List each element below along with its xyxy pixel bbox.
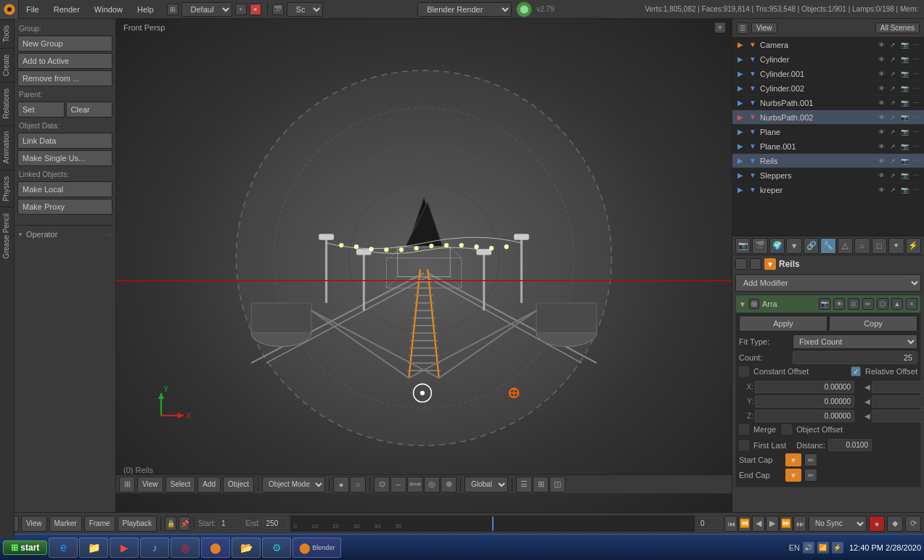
outliner-render-icon[interactable]: 📷	[899, 170, 909, 181]
outliner-more-icon[interactable]: ⋯	[911, 156, 921, 166]
object-offset-checkbox[interactable]	[782, 424, 792, 435]
outliner-visibility-icon[interactable]: 👁	[876, 112, 886, 123]
end-cap-icon[interactable]: ▼	[785, 469, 801, 482]
workspace-selector[interactable]: Default	[181, 2, 232, 17]
prop-data-icon[interactable]: △	[838, 238, 853, 254]
outliner-select-icon[interactable]: ↗	[888, 83, 898, 94]
outliner-render-icon[interactable]: 📷	[899, 98, 909, 108]
end-cap-edit-btn[interactable]: ✏	[804, 469, 817, 482]
outliner-select-icon[interactable]: ↗	[888, 112, 898, 123]
tab-physics[interactable]: Physics	[0, 170, 14, 207]
first-last-checkbox[interactable]	[739, 440, 749, 450]
set-button[interactable]: Set	[17, 102, 65, 118]
timeline-lock-icon[interactable]: 🔒	[165, 516, 176, 531]
outliner-scene-btn[interactable]: All Scenes	[875, 22, 920, 33]
outliner-icon-btn[interactable]: ☰	[737, 22, 748, 34]
menu-file[interactable]: File	[19, 0, 46, 18]
timeline-view-btn[interactable]: View	[21, 516, 47, 532]
prop-material-icon[interactable]: ○	[854, 238, 870, 254]
outliner-more-icon[interactable]: ⋯	[911, 170, 921, 181]
relative-offset-checkbox[interactable]: ✓	[851, 366, 861, 376]
z-const-input[interactable]	[755, 410, 854, 422]
start-cap-edit-btn[interactable]: ✏	[804, 453, 817, 466]
outliner-select-icon[interactable]: ↗	[888, 40, 898, 50]
sync-mode-selector[interactable]: No Sync	[809, 516, 867, 532]
outliner-visibility-icon[interactable]: 👁	[876, 98, 886, 108]
start-cap-icon[interactable]: ▼	[785, 453, 801, 466]
keyframe-icon[interactable]: ◆	[887, 516, 903, 532]
new-group-button[interactable]: New Group	[17, 36, 113, 52]
outliner-render-icon[interactable]: 📷	[899, 69, 909, 79]
outliner-select-icon[interactable]: ↗	[888, 127, 898, 137]
modifier-realtime-icon[interactable]: ⊙	[848, 298, 859, 310]
select-menu-btn[interactable]: Select	[165, 477, 196, 493]
outliner-select-icon[interactable]: ↗	[888, 69, 898, 79]
pivot-icon[interactable]: ◎	[424, 477, 440, 493]
systray-battery-icon[interactable]: ⚡	[832, 542, 843, 553]
modifier-apply-button[interactable]: Apply	[739, 316, 827, 332]
modifier-cage-icon[interactable]: ⬡	[877, 298, 888, 310]
current-frame-input[interactable]	[697, 518, 722, 529]
record-icon[interactable]: ●	[869, 516, 885, 532]
outliner-select-icon[interactable]: ↗	[888, 156, 898, 166]
prop-nav-back-icon[interactable]	[735, 258, 747, 270]
y-rel-input[interactable]	[872, 395, 924, 408]
taskbar-clock[interactable]: 12:40 PM 2/28/2020	[849, 543, 921, 552]
outliner-more-icon[interactable]: ⋯	[911, 141, 921, 152]
taskbar-blender-icon[interactable]: ⬤	[201, 538, 230, 558]
taskbar-folder2-icon[interactable]: 📂	[232, 538, 261, 558]
orientation-icon[interactable]: ⊕	[441, 477, 457, 493]
taskbar-blender2-icon[interactable]: ⬤ Blender	[293, 538, 341, 558]
count-input[interactable]	[793, 351, 917, 364]
add-modifier-dropdown[interactable]: Add Modifier	[735, 274, 921, 292]
make-proxy-button[interactable]: Make Proxy	[17, 199, 113, 215]
mirror-icon[interactable]: ⟺	[407, 477, 423, 493]
outliner-select-icon[interactable]: ↗	[888, 141, 898, 152]
y-const-input[interactable]	[755, 395, 854, 408]
modifier-copy-button[interactable]: Copy	[829, 316, 917, 332]
view-type-icon[interactable]: ⊞	[119, 477, 135, 493]
prop-texture-icon[interactable]: □	[872, 238, 887, 254]
prop-particle-icon[interactable]: ✦	[888, 238, 904, 254]
outliner-more-icon[interactable]: ⋯	[911, 69, 921, 79]
object-menu-btn[interactable]: Object	[223, 477, 254, 493]
tab-animation[interactable]: Animation	[0, 125, 14, 169]
taskbar-media-icon[interactable]: ▶	[110, 538, 139, 558]
jump-back-icon[interactable]: ⏪	[738, 516, 751, 532]
outliner-visibility-icon[interactable]: 👁	[876, 69, 886, 79]
modifier-expand-collapse-icon[interactable]: ▲	[891, 298, 903, 310]
outliner-visibility-icon[interactable]: 👁	[876, 54, 886, 65]
outliner-item[interactable]: ▶ ▼ Reils 👁 ↗ 📷 ⋯	[732, 154, 924, 168]
outliner-render-icon[interactable]: 📷	[899, 40, 909, 50]
wireframe-mode-icon[interactable]: ○	[350, 477, 366, 493]
clear-button[interactable]: Clear	[66, 102, 113, 118]
outliner-render-icon[interactable]: 📷	[899, 127, 909, 137]
modifier-viewport-icon[interactable]: 👁	[833, 298, 845, 310]
outliner-item[interactable]: ▶ ▼ Cylinder 👁 ↗ 📷 ⋯	[732, 52, 924, 67]
jump-start-icon[interactable]: ⏮	[724, 516, 737, 532]
timeline-playback-btn[interactable]: Playback	[118, 516, 158, 532]
outliner-visibility-icon[interactable]: 👁	[876, 40, 886, 50]
prop-physics-icon[interactable]: ⚡	[906, 238, 921, 254]
constant-offset-checkbox[interactable]	[739, 366, 749, 376]
mode-selector[interactable]: Object Mode	[262, 477, 325, 493]
outliner-select-icon[interactable]: ↗	[888, 98, 898, 108]
start-button[interactable]: ⊞ start	[3, 540, 47, 555]
taskbar-red-icon[interactable]: ◎	[171, 538, 200, 558]
taskbar-player-icon[interactable]: ♪	[140, 538, 169, 558]
outliner-render-icon[interactable]: 📷	[899, 83, 909, 94]
taskbar-ie-icon[interactable]: e	[49, 538, 78, 558]
outliner-visibility-icon[interactable]: 👁	[876, 127, 886, 137]
outliner-render-icon[interactable]: 📷	[899, 141, 909, 152]
outliner-more-icon[interactable]: ⋯	[911, 83, 921, 94]
outliner-render-icon[interactable]: 📷	[899, 156, 909, 166]
outliner-visibility-icon[interactable]: 👁	[876, 141, 886, 152]
outliner-select-icon[interactable]: ↗	[888, 170, 898, 181]
prop-scene-icon[interactable]: 🎬	[752, 238, 767, 254]
workspace-close-icon[interactable]: ×	[250, 4, 261, 15]
timeline-snap-icon[interactable]: 📌	[179, 516, 190, 531]
timeline-ruler[interactable]: 0 10 20 30 40 50	[290, 516, 695, 532]
outliner-item[interactable]: ▶ ▼ Camera 👁 ↗ 📷 ⋯	[732, 38, 924, 52]
z-rel-input[interactable]	[872, 410, 924, 422]
make-single-us-button[interactable]: Make Single Us...	[17, 150, 113, 166]
